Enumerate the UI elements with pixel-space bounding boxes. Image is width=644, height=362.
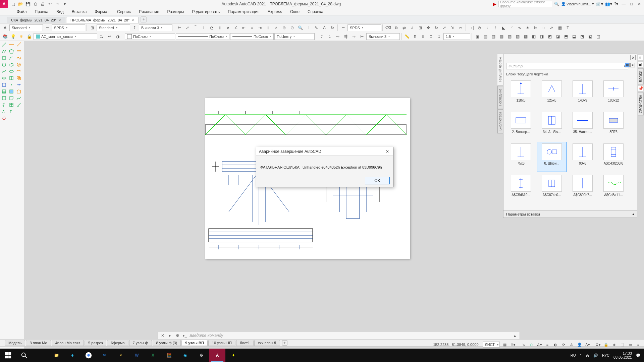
donut-icon[interactable]	[15, 62, 22, 68]
dim-break-icon[interactable]: ⫽	[272, 24, 280, 31]
chrome-icon[interactable]	[80, 349, 97, 362]
help-icon[interactable]: ?▾	[614, 2, 619, 6]
ie-icon[interactable]: e	[64, 349, 80, 362]
addselected-icon[interactable]	[1, 115, 7, 121]
ray-icon[interactable]	[15, 42, 22, 48]
qat-more-icon[interactable]: ▾	[62, 1, 68, 7]
help-search-input[interactable]: Введите ключевое слово/фразу	[498, 1, 552, 7]
cmdline-input[interactable]: Введите команду	[190, 333, 510, 338]
menu-window[interactable]: Окно	[287, 9, 303, 15]
layout-tab[interactable]: 7 узлы ф	[129, 340, 152, 346]
block-item[interactable]: 35. Навеш...	[568, 110, 597, 140]
spds-7-icon[interactable]: ▩	[522, 33, 529, 40]
cmdline-expand-icon[interactable]: ▴	[512, 333, 518, 338]
menu-edit[interactable]: Правка	[32, 9, 52, 15]
point-icon[interactable]	[8, 82, 15, 88]
polyline-icon[interactable]	[1, 48, 7, 54]
spds-6-icon[interactable]: ▨	[514, 33, 521, 40]
tray-chevron-icon[interactable]: ^	[580, 353, 582, 357]
block-item[interactable]: 125x8	[537, 79, 567, 109]
extend-icon[interactable]: →|	[468, 24, 475, 31]
table-style-combo[interactable]: Standard	[97, 24, 130, 31]
close-tab-icon[interactable]: ✕	[58, 18, 61, 22]
align-icon[interactable]: ⊫	[532, 24, 539, 31]
ellipse-icon[interactable]	[8, 68, 15, 74]
menu-express[interactable]: Express	[264, 9, 285, 15]
circle-icon[interactable]	[1, 62, 7, 68]
rec-icon[interactable]: ▶	[493, 1, 496, 7]
view-list-icon[interactable]: ≡	[630, 63, 635, 67]
stretch-icon[interactable]: ⇲	[449, 24, 456, 31]
layer-states-icon[interactable]: 🗂	[98, 33, 105, 40]
blend-icon[interactable]: ∿	[516, 24, 523, 31]
spds-16-icon[interactable]: ◫	[594, 33, 602, 40]
close-tab-icon[interactable]: ✕	[131, 18, 134, 22]
document-tab[interactable]: ПРОБЛЕМА_фермы_2021_04_28*✕	[66, 17, 139, 23]
jog-line-icon[interactable]: ⫶	[305, 24, 312, 31]
mtext-icon[interactable]: A	[1, 109, 7, 115]
plotstyle-combo[interactable]: ПоЦвету	[274, 33, 315, 40]
new-tab-button[interactable]: +	[141, 16, 147, 22]
save-icon[interactable]: 💾	[25, 1, 31, 7]
layout-tab[interactable]: Лист1	[236, 340, 254, 346]
leader-collect-icon[interactable]: ⇛	[350, 33, 358, 40]
rectangle-icon[interactable]	[1, 55, 7, 61]
annoscale-combo-icon[interactable]: A▾	[585, 342, 591, 348]
join-icon[interactable]: ⫯	[492, 24, 499, 31]
trim-icon[interactable]: ✂	[457, 24, 464, 31]
spds-style-icon[interactable]: ⊢	[339, 24, 347, 31]
explode-icon[interactable]: ✶	[524, 24, 531, 31]
text-style-combo[interactable]: Standard	[9, 24, 43, 31]
layout-tab[interactable]: 3 план Мо	[26, 340, 51, 346]
dim-space-icon[interactable]: ⫴	[264, 24, 272, 31]
settings-icon[interactable]: ⚙	[193, 349, 209, 362]
menu-modify[interactable]: Редактировать	[189, 9, 223, 15]
layout-tab[interactable]: 6ферма	[107, 340, 128, 346]
block-item[interactable]: 8. Шпри...	[537, 142, 567, 172]
weather-icon[interactable]: ☀	[113, 349, 129, 362]
rail-pin-icon[interactable]: 📌	[638, 86, 643, 91]
multiline-icon[interactable]	[15, 48, 22, 54]
open-icon[interactable]: 📂	[17, 1, 23, 7]
rail-tab-properties[interactable]: СВОЙСТВА	[638, 93, 644, 116]
action-center-icon[interactable]: 💬	[636, 353, 641, 358]
palette-tab-libraries[interactable]: Библиотеки	[497, 109, 503, 133]
start-button[interactable]	[0, 349, 16, 362]
move-icon[interactable]: ✥	[425, 24, 432, 31]
menu-dimension[interactable]: Размеры	[164, 9, 187, 15]
menu-help[interactable]: Справка	[304, 9, 327, 15]
calculator-icon[interactable]: 🧮	[161, 349, 177, 362]
explorer-icon[interactable]: 📁	[48, 349, 64, 362]
divide-icon[interactable]	[15, 82, 22, 88]
spds-combo[interactable]: SPDS	[52, 24, 85, 31]
rail-close-icon[interactable]: ✕	[638, 55, 643, 60]
layer-previous-icon[interactable]: ↩	[106, 33, 113, 40]
document-tab[interactable]: СК4_фермы_2021_04_28*✕	[7, 17, 65, 23]
table-icon[interactable]	[8, 102, 15, 108]
array-icon[interactable]: ⊞	[417, 24, 424, 31]
ellipse-arc-icon[interactable]	[15, 68, 22, 74]
palette-tab-recent[interactable]: Последние	[497, 86, 503, 109]
tray-network-icon[interactable]: 🖧	[586, 353, 589, 357]
dim-update-icon[interactable]: ↻	[329, 24, 336, 31]
color-combo[interactable]: ПоСлою	[125, 33, 175, 40]
block-item[interactable]: A$C874c0...	[537, 173, 567, 203]
polygon-icon[interactable]	[8, 48, 15, 54]
cmdline-close-icon[interactable]: ✕	[160, 333, 165, 338]
block-create-icon[interactable]	[1, 82, 7, 88]
dim-jogged-icon[interactable]: ⦀	[216, 24, 223, 31]
draworder-front-icon[interactable]: ⬆	[411, 33, 419, 40]
outlook-icon[interactable]: ✉	[97, 349, 113, 362]
spds-10-icon[interactable]: ◩	[546, 33, 553, 40]
new-icon[interactable]: ▢	[10, 1, 16, 7]
spds-14-icon[interactable]: ⬔	[578, 33, 586, 40]
plot-icon[interactable]: 🖨	[40, 1, 46, 7]
minimize-button[interactable]: —	[620, 2, 627, 6]
copy-icon[interactable]: ⧉	[392, 24, 400, 31]
offset-icon[interactable]: ⫽	[409, 24, 416, 31]
cleanscreen-icon[interactable]: ▭	[627, 342, 633, 348]
layout-tab[interactable]: xxx план Д	[254, 340, 280, 346]
leader-align-icon[interactable]: ⇶	[342, 33, 350, 40]
draworder-above-icon[interactable]: ↥	[427, 33, 435, 40]
stay-connected-icon[interactable]: 👥▾	[605, 2, 612, 6]
